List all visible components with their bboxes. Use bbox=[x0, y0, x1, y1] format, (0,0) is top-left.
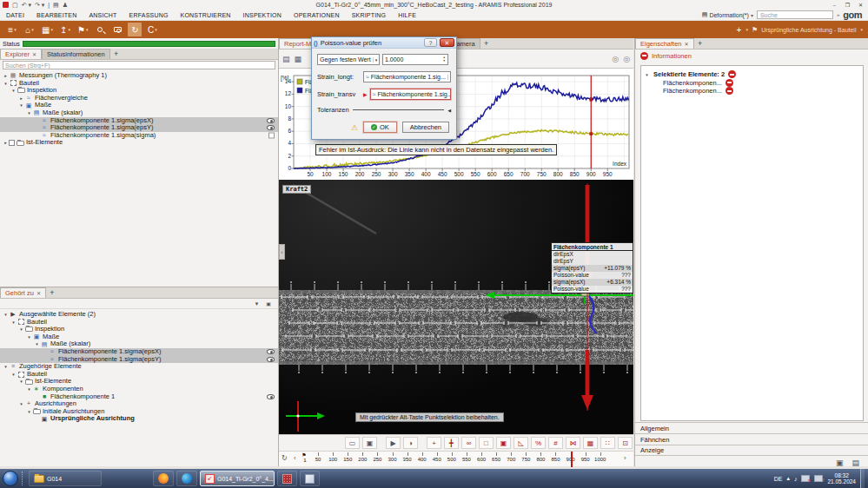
tolerances-section[interactable]: Toleranzen ◀ bbox=[317, 106, 451, 114]
stage-selector[interactable]: ▤ Deformation(*) ▾ bbox=[702, 11, 753, 18]
camera-image[interactable] bbox=[279, 180, 633, 434]
explorer-search-input[interactable] bbox=[3, 61, 275, 69]
timeline-next-button[interactable]: › bbox=[624, 454, 626, 462]
favorites-button[interactable]: ⌂▾ bbox=[23, 23, 36, 36]
dock-icon[interactable]: ▣ bbox=[836, 458, 844, 467]
start-button[interactable] bbox=[3, 471, 18, 486]
close-icon[interactable]: ✕ bbox=[36, 290, 41, 296]
global-search-input[interactable] bbox=[757, 10, 833, 19]
crosshair-tool-button[interactable]: ╋ bbox=[444, 437, 459, 449]
comparison-mode-select[interactable]: Gegen festen Wert ▾ bbox=[317, 54, 380, 65]
target-value-spinner[interactable]: 1.0000 ▲▼ bbox=[382, 54, 448, 65]
compare-tool-button[interactable]: ⋈ bbox=[566, 437, 580, 449]
timeline-tick-label-750[interactable]: 750 bbox=[521, 457, 530, 462]
timeline-tick-label-450[interactable]: 450 bbox=[433, 457, 441, 462]
timeline-tick-label-400[interactable]: 400 bbox=[418, 457, 427, 462]
stage-flag-icon[interactable]: ⚑ bbox=[301, 452, 306, 458]
taskbar-item-firefox[interactable] bbox=[153, 471, 174, 486]
spinner-arrows-icon[interactable]: ▲▼ bbox=[443, 56, 446, 63]
close-button[interactable]: ✕ bbox=[855, 1, 866, 9]
visibility-eye-icon[interactable] bbox=[267, 349, 275, 354]
snapshot-button[interactable] bbox=[110, 23, 124, 36]
speaker-icon[interactable]: ♪ bbox=[794, 476, 798, 482]
close-icon[interactable]: ✕ bbox=[685, 41, 689, 47]
menu-bearbeiten[interactable]: BEARBEITEN bbox=[30, 12, 83, 18]
visibility-box[interactable] bbox=[268, 133, 275, 139]
views-button[interactable]: ▦▾ bbox=[40, 23, 55, 36]
close-icon[interactable]: ✕ bbox=[32, 51, 36, 57]
tab-statusinformationen[interactable]: Statusinformationen bbox=[42, 49, 110, 59]
section-allgemein[interactable]: Allgemein bbox=[635, 422, 868, 433]
rect-select-tool-button[interactable]: □ bbox=[479, 437, 494, 449]
timeline-tick-label-350[interactable]: 350 bbox=[403, 457, 412, 462]
link-tool-button[interactable]: ∞ bbox=[461, 437, 476, 449]
expander-icon[interactable]: ▸ bbox=[18, 95, 24, 102]
angle-tool-button[interactable]: ◺ bbox=[514, 437, 528, 449]
add-tab-button[interactable]: + bbox=[110, 49, 123, 59]
section-anzeige[interactable]: Anzeige bbox=[635, 445, 868, 456]
tree-item-messungen-thermography-1[interactable]: ▸▦Messungen (Thermography 1) bbox=[0, 72, 278, 80]
expander-icon[interactable]: ▾ bbox=[18, 102, 24, 109]
import-button[interactable]: ↥▾ bbox=[58, 23, 72, 36]
tree-item-ist-elemente[interactable]: ▸Ist-Elemente bbox=[0, 139, 278, 147]
pattern-tool-button[interactable]: # bbox=[548, 437, 563, 449]
pointer-tool-button[interactable]: ▶ bbox=[386, 437, 401, 449]
diagram-settings-icon[interactable]: ◎ bbox=[612, 55, 619, 63]
diagram-grid-icon[interactable]: ▦ bbox=[295, 55, 302, 63]
expander-icon[interactable]: ▾ bbox=[10, 319, 17, 326]
expander-icon[interactable]: ▸ bbox=[3, 72, 9, 80]
tray-expand-icon[interactable]: ▴ bbox=[786, 475, 790, 482]
timeline-tick-label-50[interactable]: 50 bbox=[315, 457, 321, 462]
point-tool-button[interactable]: + bbox=[427, 437, 441, 449]
menu-ansicht[interactable]: ANSICHT bbox=[83, 12, 123, 18]
menu-datei[interactable]: DATEI bbox=[0, 12, 30, 18]
taskbar-item-red-app[interactable] bbox=[277, 471, 297, 486]
dots-tool-button[interactable]: ∷ bbox=[600, 437, 615, 449]
tree-item-initiale-ausrichtungen[interactable]: ▾Initiale Ausrichtungen bbox=[0, 408, 278, 416]
timeline-tick-label-950[interactable]: 950 bbox=[581, 457, 590, 462]
timeline-tick-label-100[interactable]: 100 bbox=[328, 457, 337, 462]
diagram-options-icon[interactable]: ◎ bbox=[623, 55, 630, 63]
image-tool-button[interactable]: ▣ bbox=[362, 437, 377, 449]
taskbar-item-aramis[interactable]: ↙ G014_Ti-Gr2_0°_4... bbox=[200, 471, 275, 486]
ok-button[interactable]: ✓ OK bbox=[363, 122, 397, 133]
visibility-eye-icon[interactable] bbox=[267, 118, 275, 123]
menu-skripting[interactable]: SKRIPTING bbox=[346, 12, 393, 18]
percent-tool-button[interactable]: % bbox=[531, 437, 546, 449]
timeline-tick-label-600[interactable]: 600 bbox=[477, 457, 486, 462]
expander-icon[interactable]: ▾ bbox=[26, 386, 32, 393]
selected-element-2[interactable]: Flächenkomponen... bbox=[644, 87, 860, 96]
tree-item-ma-e[interactable]: ▾▣Maße bbox=[0, 102, 278, 109]
dialog-close-button[interactable]: ✕ bbox=[440, 38, 454, 47]
timeline-tick-label-1000[interactable]: 1000 bbox=[594, 457, 606, 462]
taskbar-item-notes[interactable] bbox=[300, 471, 320, 486]
section-faehnchen[interactable]: Fähnchen bbox=[635, 433, 868, 445]
taskbar-item-edge[interactable] bbox=[176, 471, 197, 486]
clock[interactable]: 08:32 21.05.2024 bbox=[827, 472, 856, 485]
timeline-tick-label-250[interactable]: 250 bbox=[373, 457, 381, 462]
expander-icon[interactable]: ▾ bbox=[10, 87, 17, 95]
layout-icon[interactable]: ▤ bbox=[851, 458, 859, 467]
add-tab-button[interactable]: + bbox=[694, 38, 706, 49]
tab-gehoert-zu[interactable]: Gehört zu ✕ bbox=[0, 287, 46, 298]
stage-timeline[interactable]: ↻‹›⚑150100150200250300350400450500550600… bbox=[279, 451, 633, 466]
add-tab-button[interactable]: + bbox=[46, 287, 58, 298]
timeline-tick-label-150[interactable]: 150 bbox=[343, 457, 352, 462]
show-desktop-button[interactable] bbox=[860, 469, 865, 488]
timeline-tick-label-800[interactable]: 800 bbox=[536, 457, 545, 462]
expander-icon[interactable]: ▾ bbox=[10, 371, 17, 379]
minimize-button[interactable]: – bbox=[829, 1, 840, 9]
tree-item-komponenten[interactable]: ▾∗Komponenten bbox=[0, 386, 278, 393]
tree-item-urspr-ngliche-ausrichtung[interactable]: ▣Ursprüngliche Ausrichtung bbox=[0, 415, 278, 423]
maximize-button[interactable]: ❐ bbox=[842, 1, 853, 9]
timeline-prev-button[interactable]: ‹ bbox=[294, 454, 296, 462]
visibility-eye-icon[interactable] bbox=[267, 357, 275, 362]
tree-item-ausrichtungen[interactable]: ▾+Ausrichtungen bbox=[0, 400, 278, 408]
taskbar-item-folder[interactable]: G014 bbox=[29, 471, 102, 486]
refresh-button[interactable]: ↻ bbox=[128, 23, 142, 36]
expander-icon[interactable]: ▾ bbox=[26, 333, 32, 341]
search-expand-icon[interactable]: » bbox=[837, 12, 839, 17]
timeline-tick-label-550[interactable]: 550 bbox=[462, 457, 471, 462]
redo-icon[interactable]: ↷ ▾ bbox=[35, 2, 44, 9]
cancel-button[interactable]: Abbrechen bbox=[402, 122, 449, 133]
